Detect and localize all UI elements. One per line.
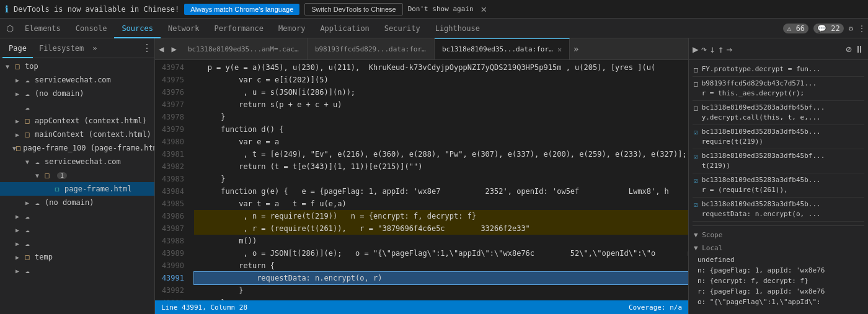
alert-badge: ⚠ 66	[783, 24, 808, 33]
tree-item-cloud13[interactable]: ▶ ☁	[0, 237, 154, 250]
callstack-item-2[interactable]: □ bc1318e8109ed35283a3dfb45bf...y.decryp…	[693, 101, 864, 125]
checkbox-0[interactable]: □	[694, 66, 698, 74]
step-out-icon[interactable]: ↑	[718, 43, 724, 55]
tree-item-nodomain2[interactable]: ▶ ☁ (no domain)	[0, 196, 154, 209]
tab-elements[interactable]: Elements	[17, 19, 68, 38]
code-line-43988[interactable]: m())	[194, 235, 688, 247]
local-header[interactable]: ▼ Local	[693, 242, 864, 255]
tab-memory[interactable]: Memory	[271, 19, 312, 38]
tree-item-pageframe[interactable]: ▼ □ page-frame_100 (page-frame.htm	[0, 141, 154, 155]
callstack-item-4[interactable]: ☑ bc1318e8109ed35283a3dfb45bf...t(219))	[693, 149, 864, 173]
code-line-43976[interactable]: , u = s(JSON[i(286)](n));	[194, 86, 688, 98]
editor-tab-2-close-icon[interactable]: ✕	[557, 45, 562, 54]
checkbox-2[interactable]: □	[694, 104, 698, 112]
checkbox-4[interactable]: ☑	[694, 152, 698, 160]
code-line-43983[interactable]: }	[194, 173, 688, 185]
editor-tab-forward-icon[interactable]: ▶	[167, 44, 180, 54]
tree-item-nodomain1[interactable]: ▶ ☁ (no domain)	[0, 87, 154, 100]
scope-header[interactable]: ▼ Scope	[693, 229, 864, 242]
code-line-43990[interactable]: return {	[194, 259, 688, 272]
code-line-43987[interactable]: , r = (require(t(261)), r = "3879696f4c6…	[194, 222, 688, 235]
tree-item-cloud3[interactable]: ☁	[0, 100, 154, 114]
sidebar-tab-filesystem[interactable]: Filesystem	[33, 38, 90, 58]
code-content[interactable]: p = y(e = a)(345), u(230), u(211), KhruK…	[189, 60, 688, 300]
more-icon[interactable]: ⋮	[858, 24, 866, 33]
callstack-item-6[interactable]: ☑ bc1318e8109ed35283a3dfb45b...requestDa…	[693, 198, 864, 222]
callstack-item-0[interactable]: □ FY.prototype.decrypt = fun...	[693, 63, 864, 77]
editor-tab-1[interactable]: b98193ffcd5d829...data:formatted	[308, 38, 435, 60]
tree-item-cloud11[interactable]: ▶ ☁	[0, 209, 154, 223]
tab-lighthouse[interactable]: Lighthouse	[428, 19, 487, 38]
code-line-43991[interactable]: requestData: n.encrypt(o, r)	[194, 272, 688, 284]
file-tree: ▼ □ top ▶ ☁ servicewechat.com ▶ ☁ (no do…	[0, 58, 154, 314]
step-icon[interactable]: →	[727, 43, 733, 55]
code-line-43985[interactable]: var t = a t = f u(e,a)	[194, 198, 688, 210]
editor-tab-back-icon[interactable]: ◀	[155, 44, 167, 54]
checkbox-1[interactable]: □	[694, 80, 698, 88]
code-line-43978[interactable]: }	[194, 111, 688, 123]
callstack-item-1[interactable]: □ b98193ffcd5d829cb43c7d571...r = this._…	[693, 77, 864, 101]
callstack-item-3[interactable]: ☑ bc1318e8109ed35283a3dfb45b...require(t…	[693, 125, 864, 149]
notification-close-icon[interactable]: ✕	[481, 3, 487, 15]
notification-bar: ℹ DevTools is now available in Chinese! …	[0, 0, 868, 19]
settings-icon[interactable]: ⚙	[849, 24, 853, 33]
callstack-text-6: bc1318e8109ed35283a3dfb45b...requestData…	[702, 199, 821, 219]
tree-item-appcontext[interactable]: ▶ □ appContext (context.html)	[0, 114, 154, 128]
step-over-icon[interactable]: ↷	[701, 43, 707, 55]
tree-item-cloud12[interactable]: ▶ ☁	[0, 223, 154, 237]
switch-chinese-button[interactable]: Switch DevTools to Chinese	[304, 3, 402, 15]
tab-performance[interactable]: Performance	[207, 19, 271, 38]
tree-item-cloud15[interactable]: ▶ ☁	[0, 264, 154, 277]
sidebar-tab-more[interactable]: »	[90, 44, 99, 53]
code-line-43979[interactable]: function d() {	[194, 123, 688, 136]
editor-tab-0[interactable]: bc1318e8109ed35...anM=.cachedata	[180, 38, 308, 60]
resume-icon[interactable]: ▶	[693, 43, 699, 55]
code-line-43982[interactable]: return (t = t[e(343)](1, 11))[e(215)](""…	[194, 160, 688, 173]
right-panel: ▶ ↷ ↓ ↑ → ⊘ ⏸ □ FY.prototype.decrypt = f…	[688, 38, 868, 314]
callstack-item-5[interactable]: ☑ bc1318e8109ed35283a3dfb45b...r = (requ…	[693, 173, 864, 198]
checkbox-3[interactable]: ☑	[694, 128, 698, 136]
tree-arrow-c15: ▶	[12, 268, 22, 274]
tree-item-top[interactable]: ▼ □ top	[0, 59, 154, 73]
tab-application[interactable]: Application	[312, 19, 376, 38]
tab-security[interactable]: Security	[377, 19, 428, 38]
pause-icon[interactable]: ⏸	[854, 43, 864, 55]
checkbox-6[interactable]: ☑	[694, 201, 698, 209]
status-bar: Line 43991, Column 28 Coverage: n/a	[155, 300, 688, 314]
code-line-43993[interactable]: }	[194, 297, 688, 300]
sidebar-tab-page[interactable]: Page	[2, 38, 33, 58]
code-line-43981[interactable]: , t = [e(249), "Ev", e(216), e(360), e(2…	[194, 148, 688, 160]
code-line-43986[interactable]: , n = require(t(219)) n = {encrypt: f, d…	[194, 210, 688, 222]
match-language-button[interactable]: Always match Chrome's language	[184, 4, 299, 15]
tree-item-blank-folder[interactable]: ▼ □ 1	[0, 168, 154, 182]
code-line-43992[interactable]: }	[194, 284, 688, 297]
sidebar-menu-icon[interactable]: ⋮	[142, 42, 152, 54]
tree-item-pagframehtml[interactable]: ◻ page-frame.html	[0, 182, 154, 196]
step-into-icon[interactable]: ↓	[709, 43, 715, 55]
tree-item-swc2[interactable]: ▼ ☁ servicewechat.com	[0, 155, 154, 168]
editor-tab-2[interactable]: bc1318e8109ed35...data:formatted ✕	[435, 38, 570, 60]
tree-item-maincontext[interactable]: ▶ □ mainContext (context.html)	[0, 128, 154, 141]
dont-show-button[interactable]: Don't show again	[408, 5, 474, 13]
folder-icon-blank: □	[42, 171, 52, 180]
deactivate-icon[interactable]: ⊘	[846, 43, 852, 55]
tree-item-swc1[interactable]: ▶ ☁ servicewechat.com	[0, 73, 154, 87]
code-line-43974[interactable]: p = y(e = a)(345), u(230), u(211), KhruK…	[194, 61, 688, 74]
code-line-43989[interactable]: , o = JSON[t(286)](e); o = "{\"pageFlag\…	[194, 247, 688, 259]
editor-tabs-more-icon[interactable]: »	[570, 44, 582, 54]
code-line-43980[interactable]: var e = a	[194, 136, 688, 148]
code-line-43984[interactable]: function g(e) { e = {pageFlag: 1, appId:…	[194, 185, 688, 198]
folder-icon-maincontext: □	[22, 130, 32, 139]
tree-arrow-top: ▼	[2, 63, 12, 70]
tab-network[interactable]: Network	[161, 19, 207, 38]
tab-console[interactable]: Console	[68, 19, 115, 38]
message-badge: 💬 22	[813, 24, 844, 33]
tree-item-temp[interactable]: ▶ □ temp	[0, 250, 154, 264]
code-line-43975[interactable]: var c = e[i(202)](5)	[194, 74, 688, 86]
tree-arrow-c13: ▶	[12, 240, 22, 247]
code-line-43977[interactable]: return s(p + e + c + u)	[194, 98, 688, 111]
checkbox-5[interactable]: ☑	[694, 177, 698, 185]
tab-sources[interactable]: Sources	[114, 19, 161, 38]
tree-label-top: top	[25, 62, 38, 71]
tree-label-nodomain1: (no domain)	[35, 89, 84, 98]
